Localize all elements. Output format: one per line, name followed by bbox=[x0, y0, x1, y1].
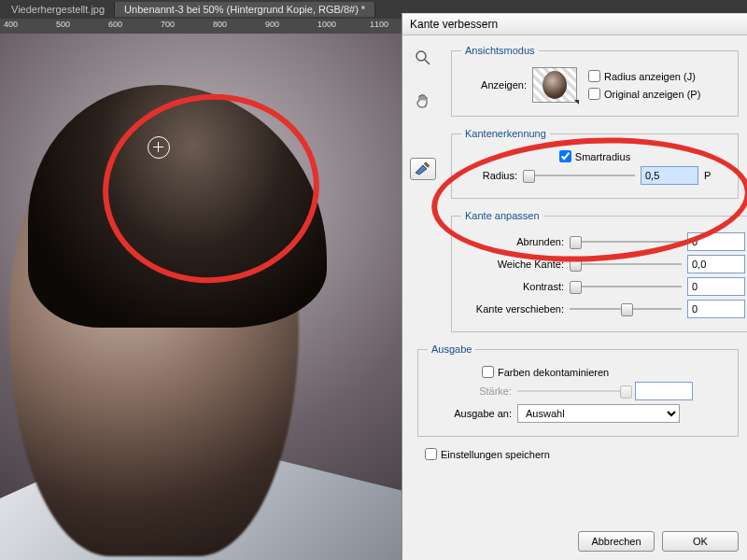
remember-settings-label: Einstellungen speichern bbox=[441, 449, 550, 460]
cancel-button[interactable]: Abbrechen bbox=[578, 531, 655, 552]
ruler-tick: 600 bbox=[108, 20, 122, 29]
feather-slider[interactable] bbox=[570, 257, 682, 272]
shift-edge-input[interactable] bbox=[687, 300, 745, 318]
amount-input bbox=[635, 382, 693, 400]
photoshop-workspace: Viederhergestellt.jpg Unbenannt-3 bei 50… bbox=[0, 0, 747, 560]
feather-input[interactable] bbox=[687, 255, 745, 273]
feather-label: Weiche Kante: bbox=[461, 259, 564, 270]
contrast-input[interactable] bbox=[687, 277, 745, 296]
smooth-label: Abrunden: bbox=[461, 236, 564, 247]
ruler-tick: 900 bbox=[265, 20, 279, 29]
ruler-tick: 700 bbox=[161, 20, 175, 29]
decontaminate-label: Farben dekontaminieren bbox=[498, 367, 609, 378]
ruler-tick: 500 bbox=[56, 20, 70, 29]
radius-unit: P bbox=[704, 170, 715, 181]
output-to-label: Ausgabe an: bbox=[428, 408, 512, 419]
adjust-edge-group: Kante anpassen Abrunden: Weiche Kante: P… bbox=[451, 210, 747, 332]
dialog-body: Ansichtsmodus Anzeigen: Radius anzeigen … bbox=[402, 35, 747, 460]
ok-button[interactable]: OK bbox=[662, 531, 739, 552]
smart-radius-label: Smartradius bbox=[575, 151, 630, 162]
dialog-buttons: Abbrechen OK bbox=[578, 531, 739, 552]
ruler-tick: 1100 bbox=[370, 20, 388, 29]
dialog-title: Kante verbessern bbox=[402, 14, 747, 35]
edge-detection-group: Kantenerkennung Smartradius Radius: P bbox=[451, 128, 739, 199]
output-group: Ausgabe Farben dekontaminieren Stärke: A… bbox=[417, 343, 739, 437]
smooth-input[interactable] bbox=[687, 232, 745, 251]
show-radius-label: Radius anzeigen (J) bbox=[604, 71, 696, 82]
radius-label: Radius: bbox=[461, 170, 517, 181]
show-original-label: Original anzeigen (P) bbox=[604, 89, 700, 100]
refine-brush-cursor bbox=[148, 136, 170, 159]
show-original-checkbox[interactable] bbox=[588, 88, 600, 100]
smooth-slider[interactable] bbox=[570, 234, 682, 249]
shift-edge-label: Kante verschieben: bbox=[461, 303, 564, 315]
shift-edge-slider[interactable] bbox=[570, 301, 682, 316]
dropdown-arrow-icon bbox=[574, 100, 579, 105]
contrast-slider[interactable] bbox=[570, 279, 682, 294]
ruler-tick: 800 bbox=[213, 20, 227, 29]
tab-active[interactable]: Unbenannt-3 bei 50% (Hintergrund Kopie, … bbox=[115, 2, 375, 17]
decontaminate-checkbox[interactable] bbox=[482, 366, 494, 378]
view-mode-legend: Ansichtsmodus bbox=[461, 45, 539, 56]
view-mode-preview[interactable] bbox=[532, 67, 577, 103]
radius-input[interactable] bbox=[641, 166, 698, 185]
amount-slider bbox=[517, 384, 629, 399]
contrast-label: Kontrast: bbox=[461, 281, 564, 292]
output-legend: Ausgabe bbox=[428, 343, 475, 355]
view-mode-group: Ansichtsmodus Anzeigen: Radius anzeigen … bbox=[451, 45, 739, 117]
show-radius-checkbox[interactable] bbox=[588, 70, 600, 82]
show-label: Anzeigen: bbox=[461, 79, 527, 91]
output-to-select[interactable]: Auswahl bbox=[517, 404, 680, 423]
edge-detection-legend: Kantenerkennung bbox=[461, 128, 550, 139]
tab-inactive[interactable]: Viederhergestellt.jpg bbox=[2, 2, 115, 17]
refine-edge-dialog: Kante verbessern Ansichtsmodus Anzeigen:… bbox=[402, 13, 747, 560]
remember-settings-checkbox[interactable] bbox=[425, 448, 437, 460]
ruler-tick: 400 bbox=[4, 20, 18, 29]
radius-slider[interactable] bbox=[523, 168, 635, 183]
ruler-tick: 1000 bbox=[317, 20, 336, 29]
image-canvas[interactable] bbox=[0, 34, 402, 560]
amount-label: Stärke: bbox=[428, 385, 512, 397]
smart-radius-checkbox[interactable] bbox=[559, 150, 571, 162]
adjust-edge-legend: Kante anpassen bbox=[461, 210, 543, 221]
